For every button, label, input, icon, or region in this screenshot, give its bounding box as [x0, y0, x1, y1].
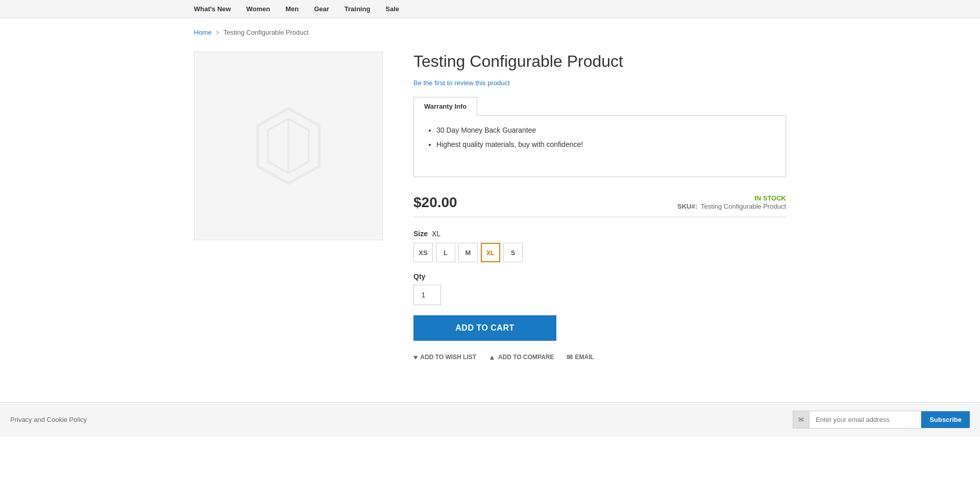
- compare-icon: ▲: [488, 353, 496, 361]
- nav-item-women[interactable]: Women: [246, 5, 270, 13]
- action-link-label: ADD TO COMPARE: [498, 354, 554, 361]
- size-option-m[interactable]: M: [458, 243, 478, 262]
- email-icon: ✉: [793, 411, 809, 429]
- qty-label: Qty: [413, 272, 786, 281]
- product-title: Testing Configurable Product: [413, 52, 786, 71]
- add-to-cart-button[interactable]: Add to Cart: [413, 315, 556, 341]
- qty-input[interactable]: [413, 285, 441, 305]
- breadcrumb-current: Testing Configurable Product: [224, 29, 309, 36]
- breadcrumb-separator: >: [216, 29, 219, 36]
- warranty-item: 30 Day Money Back Guarantee: [436, 126, 773, 134]
- price-divider: [413, 217, 786, 217]
- heart-icon: ♥: [413, 353, 418, 361]
- sku-line: SKU#: Testing Configurable Product: [677, 203, 786, 210]
- sku-label: SKU#:: [677, 203, 697, 210]
- warranty-tab-content: 30 Day Money Back GuaranteeHighest quali…: [413, 116, 786, 177]
- in-stock-badge: IN STOCK: [677, 194, 786, 202]
- size-section: Size XL XSLMXLS: [413, 230, 786, 262]
- nav-item-training[interactable]: Training: [345, 5, 371, 13]
- product-price: $20.00: [413, 194, 457, 211]
- review-link[interactable]: Be the first to review this product: [413, 79, 786, 87]
- breadcrumb-home[interactable]: Home: [194, 29, 212, 36]
- product-info: Testing Configurable Product Be the firs…: [413, 52, 786, 361]
- warranty-section: Warranty Info 30 Day Money Back Guarante…: [413, 97, 786, 177]
- nav-item-men[interactable]: Men: [285, 5, 299, 13]
- action-link-label: ADD TO WISH LIST: [420, 354, 476, 361]
- warranty-list: 30 Day Money Back GuaranteeHighest quali…: [426, 126, 773, 148]
- tab-header: Warranty Info: [413, 97, 786, 116]
- wishlist-link[interactable]: ♥ADD TO WISH LIST: [413, 353, 476, 361]
- warranty-tab-button[interactable]: Warranty Info: [413, 97, 477, 116]
- action-links: ♥ADD TO WISH LIST▲ADD TO COMPARE✉EMAIL: [413, 353, 786, 361]
- magento-logo-icon: [248, 105, 329, 187]
- size-options: XSLMXLS: [413, 243, 786, 262]
- size-option-l[interactable]: L: [436, 243, 455, 262]
- size-label: Size: [413, 230, 428, 238]
- price-stock-row: $20.00 IN STOCK SKU#: Testing Configurab…: [413, 189, 786, 211]
- stock-sku-block: IN STOCK SKU#: Testing Configurable Prod…: [677, 194, 786, 210]
- nav-item-sale[interactable]: Sale: [385, 5, 399, 13]
- warranty-item: Highest quality materials, buy with conf…: [436, 140, 773, 148]
- privacy-link[interactable]: Privacy and Cookie Policy: [10, 416, 87, 423]
- size-option-xl[interactable]: XL: [481, 243, 500, 262]
- nav-item-what-s-new[interactable]: What's New: [194, 5, 231, 13]
- product-image: [194, 52, 383, 240]
- size-option-s[interactable]: S: [503, 243, 523, 262]
- compare-link[interactable]: ▲ADD TO COMPARE: [488, 353, 554, 361]
- top-navigation: What's NewWomenMenGearTrainingSale: [0, 0, 980, 18]
- mail-icon: ✉: [567, 353, 573, 361]
- action-link-label: EMAIL: [575, 354, 594, 361]
- qty-section: Qty: [413, 272, 786, 305]
- size-option-xs[interactable]: XS: [413, 243, 433, 262]
- selected-size-value: XL: [432, 230, 440, 238]
- nav-item-gear[interactable]: Gear: [314, 5, 329, 13]
- product-layout: Testing Configurable Product Be the firs…: [194, 52, 786, 361]
- email-link[interactable]: ✉EMAIL: [567, 353, 594, 361]
- newsletter-form: ✉ Subscribe: [793, 411, 970, 429]
- footer: Privacy and Cookie Policy ✉ Subscribe: [0, 402, 980, 437]
- subscribe-button[interactable]: Subscribe: [921, 411, 970, 428]
- newsletter-input[interactable]: [809, 411, 921, 429]
- breadcrumb: Home > Testing Configurable Product: [194, 29, 786, 36]
- product-image-wrapper: [194, 52, 383, 240]
- sku-value: Testing Configurable Product: [701, 203, 786, 210]
